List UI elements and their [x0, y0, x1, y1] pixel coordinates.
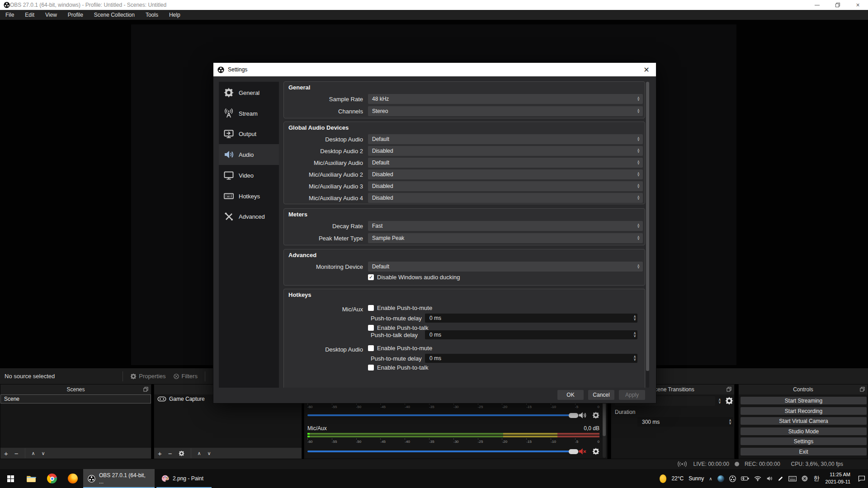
checkbox-unchecked-icon[interactable] [368, 365, 374, 371]
mic-audio-2-select[interactable]: Disabled∧∨ [368, 169, 643, 179]
sidebar-item-general[interactable]: General [219, 82, 279, 103]
menu-view[interactable]: View [40, 10, 62, 20]
spinner-arrows-icon[interactable]: ∧∨ [633, 354, 636, 363]
dialog-close-button[interactable]: ✕ [637, 63, 656, 76]
desktop-audio-volume-slider[interactable] [307, 414, 579, 416]
decay-rate-select[interactable]: Fast∧∨ [368, 221, 643, 231]
studio-mode-button[interactable]: Studio Mode [741, 427, 867, 435]
sidebar-item-stream[interactable]: Stream [219, 103, 279, 124]
firefox-icon[interactable] [62, 469, 83, 488]
checkbox-unchecked-icon[interactable] [368, 305, 374, 311]
action-center-icon[interactable] [858, 475, 865, 482]
start-streaming-button[interactable]: Start Streaming [741, 397, 867, 404]
volume-icon[interactable] [766, 475, 773, 482]
channels-select[interactable]: Stereo ∧∨ [368, 106, 643, 116]
mic-audio-select[interactable]: Default∧∨ [368, 158, 643, 168]
source-down-button[interactable]: ∨ [208, 451, 211, 456]
spinner-arrows-icon[interactable]: ∧∨ [729, 417, 731, 427]
dock-float-icon[interactable] [726, 387, 731, 392]
steam-tray-icon[interactable] [717, 475, 724, 482]
sidebar-item-video[interactable]: Video [219, 165, 279, 186]
close-button[interactable]: × [848, 0, 868, 10]
speaker-icon[interactable] [578, 411, 587, 420]
desktop-audio-select[interactable]: Default∧∨ [368, 134, 643, 144]
controls-dock-header[interactable]: Controls [739, 385, 868, 394]
sidebar-item-audio[interactable]: Audio [219, 144, 279, 165]
desktop-mute-delay-spinbox[interactable]: 0 ms ∧∨ [425, 354, 637, 363]
scene-down-button[interactable]: ∨ [42, 451, 45, 456]
exit-button[interactable]: Exit [741, 448, 867, 455]
spinner-arrows-icon[interactable]: ∧∨ [633, 314, 636, 323]
weather-condition[interactable]: Sunny [689, 475, 704, 482]
dialog-scrollbar[interactable] [646, 82, 649, 388]
remove-scene-button[interactable]: − [14, 450, 19, 457]
menu-profile[interactable]: Profile [62, 10, 89, 20]
menu-edit[interactable]: Edit [19, 10, 40, 20]
mixer-gear-icon[interactable] [592, 448, 599, 455]
duration-spinbox[interactable]: 300 ms ∧∨ [637, 417, 733, 427]
weather-temp[interactable]: 22°C [671, 475, 684, 482]
mic-push-to-talk-row[interactable]: Enable Push-to-talk [368, 324, 428, 331]
dock-float-icon[interactable] [860, 387, 865, 392]
cancel-button[interactable]: Cancel [588, 390, 614, 400]
taskbar-clock[interactable]: 11:25 AM 2021-09-11 [826, 471, 850, 486]
file-explorer-icon[interactable] [21, 469, 42, 488]
checkbox-checked-icon[interactable]: ✓ [368, 274, 374, 280]
mic-audio-3-select[interactable]: Disabled∧∨ [368, 181, 643, 191]
add-scene-button[interactable]: + [4, 450, 8, 457]
mixer-gear-icon[interactable] [592, 412, 599, 419]
add-source-button[interactable]: + [158, 450, 162, 457]
checkbox-unchecked-icon[interactable] [368, 345, 374, 351]
mic-talk-delay-spinbox[interactable]: 0 ms ∧∨ [425, 330, 637, 339]
mic-mute-delay-spinbox[interactable]: 0 ms ∧∨ [425, 314, 637, 323]
taskbar-task-paint[interactable]: 2.png - Paint [156, 469, 212, 488]
scene-up-button[interactable]: ∧ [32, 451, 35, 456]
minimize-button[interactable] [807, 0, 827, 10]
dock-float-icon[interactable] [143, 387, 148, 392]
mic-aux-slider-handle[interactable] [569, 449, 578, 454]
monitoring-device-select[interactable]: Default∧∨ [368, 262, 643, 272]
mic-aux-volume-slider[interactable] [307, 450, 579, 452]
settings-button[interactable]: Settings [741, 437, 867, 445]
wifi-icon[interactable] [754, 476, 761, 481]
start-button[interactable] [0, 469, 21, 488]
apply-button[interactable]: Apply [619, 390, 645, 400]
desktop-audio-2-select[interactable]: Disabled∧∨ [368, 146, 643, 156]
scenes-dock-header[interactable]: Scenes [0, 385, 151, 394]
start-virtual-camera-button[interactable]: Start Virtual Camera [741, 417, 867, 425]
source-up-button[interactable]: ∧ [198, 451, 201, 456]
menu-scene-collection[interactable]: Scene Collection [89, 10, 140, 20]
menu-help[interactable]: Help [164, 10, 186, 20]
filters-button[interactable]: Filters [170, 373, 201, 380]
start-recording-button[interactable]: Start Recording [741, 407, 867, 415]
taskbar-task-obs[interactable]: OBS 27.0.1 (64-bit, ... [83, 469, 155, 488]
source-properties-icon[interactable] [179, 450, 184, 456]
sidebar-item-hotkeys[interactable]: Hotkeys [219, 186, 279, 206]
desktop-push-to-mute-row[interactable]: Enable Push-to-mute [368, 345, 432, 352]
chrome-icon[interactable] [42, 469, 62, 488]
remove-source-button[interactable]: − [168, 450, 172, 457]
mic-audio-4-select[interactable]: Disabled∧∨ [368, 193, 643, 203]
sidebar-item-output[interactable]: Output [219, 123, 279, 144]
ime-korean-indicator[interactable]: 한 [813, 474, 821, 483]
x-circle-icon[interactable] [802, 475, 808, 482]
mixer-scrollbar[interactable] [603, 395, 606, 458]
ok-button[interactable]: OK [557, 390, 584, 400]
transition-spinner[interactable]: ∧∨ [716, 396, 723, 406]
touch-keyboard-icon[interactable] [788, 476, 797, 482]
obs-tray-icon[interactable] [729, 475, 736, 482]
desktop-audio-slider-handle[interactable] [569, 413, 578, 418]
desktop-push-to-talk-row[interactable]: Enable Push-to-talk [368, 364, 428, 371]
properties-button[interactable]: Properties [127, 373, 169, 380]
sidebar-item-advanced[interactable]: Advanced [219, 206, 279, 227]
tray-chevron-up-icon[interactable]: ∧ [709, 476, 712, 481]
muted-speaker-icon[interactable] [578, 447, 587, 456]
restore-button[interactable] [827, 0, 848, 10]
checkbox-unchecked-icon[interactable] [368, 325, 374, 331]
menu-file[interactable]: File [0, 10, 19, 20]
pen-icon[interactable] [778, 476, 783, 482]
menu-tools[interactable]: Tools [140, 10, 164, 20]
spinner-arrows-icon[interactable]: ∧∨ [633, 330, 636, 339]
weather-sun-icon[interactable] [660, 474, 666, 483]
scene-list-item[interactable]: Scene [0, 394, 151, 404]
